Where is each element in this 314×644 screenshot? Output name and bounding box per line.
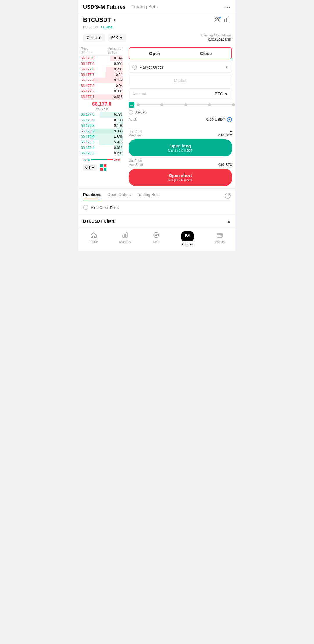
nav-item-futures[interactable]: Futures	[181, 231, 194, 246]
table-row: 66,176.80.108	[81, 123, 123, 129]
ob-red-pct: 28%	[114, 158, 120, 161]
amount-row[interactable]: Amount | BTC ▼	[129, 88, 232, 99]
svg-point-0	[215, 18, 217, 19]
depth-view-icon[interactable]	[100, 164, 106, 171]
assets-icon	[216, 231, 224, 239]
avail-label: Avail.	[129, 118, 137, 122]
futures-title[interactable]: USD⑤-M Futures	[83, 4, 126, 10]
svg-point-20	[221, 235, 222, 236]
add-funds-button[interactable]: +	[227, 117, 232, 122]
pair-name[interactable]: BTCUSDT	[83, 17, 111, 23]
amount-unit-select[interactable]: BTC ▼	[215, 92, 228, 96]
ob-mid-price[interactable]: 66,177.0 66,178.8	[81, 100, 123, 112]
table-row: 66,176.90.108	[81, 118, 123, 123]
trading-bots-title[interactable]: Trading Bots	[131, 4, 224, 10]
ob-price-header: Price(USDT)	[81, 47, 92, 54]
max-long-row: Max Long 0.00 BTC	[129, 134, 232, 137]
svg-rect-5	[229, 17, 230, 22]
nav-home-label: Home	[89, 240, 98, 243]
table-row: 66,177.80.204	[81, 67, 123, 72]
margin-mode-select[interactable]: Cross ▼	[83, 34, 105, 42]
buy-orders: 66,177.05.735 66,176.90.108 66,176.80.10…	[81, 112, 123, 156]
table-row: 66,177.90.001	[81, 61, 123, 67]
svg-point-1	[217, 18, 219, 19]
open-tab-button[interactable]: Open	[129, 48, 180, 59]
controls-row: Cross ▼ 50X ▼ Funding /Countdown 0.01%/0…	[78, 31, 236, 45]
pair-icons	[214, 16, 231, 23]
svg-rect-2	[219, 17, 221, 18]
nav-markets-label: Markets	[119, 240, 131, 243]
svg-point-15	[154, 232, 159, 238]
nav-item-assets[interactable]: Assets	[215, 231, 225, 246]
table-row: 66,177.110.615	[81, 94, 123, 100]
trade-panel: Open Close i Market Order ▼ Market Amoun…	[125, 45, 236, 188]
max-long-value: 0.00 BTC	[218, 134, 232, 137]
pair-left: BTCUSDT ▼	[83, 17, 117, 23]
svg-rect-13	[124, 234, 126, 237]
nav-item-spot[interactable]: Spot	[152, 231, 160, 246]
tabs-row: Positions Open Orders Trading Bots	[83, 189, 231, 201]
close-tab-button[interactable]: Close	[180, 48, 231, 59]
short-liq-value: --	[230, 159, 232, 162]
perpetual-row: Perpetual +1.08%	[78, 25, 236, 31]
short-liq-row: Liq. Price --	[129, 159, 232, 162]
tab-positions[interactable]: Positions	[83, 192, 101, 200]
ob-green-pct: 72%	[83, 158, 90, 161]
svg-rect-6	[130, 104, 133, 104]
max-short-row: Max Short 0.00 BTC	[129, 163, 232, 166]
ob-progress-row: 72% 28%	[81, 156, 123, 163]
open-short-button[interactable]: Open short Margin 0.0 USDT	[129, 169, 232, 186]
home-icon	[90, 231, 97, 239]
main-content: Price(USDT) Amount ⇄(BTC) 66,178.00.144 …	[78, 45, 236, 188]
tpsl-label[interactable]: TP/SL	[135, 110, 146, 114]
tab-trading-bots[interactable]: Trading Bots	[137, 192, 160, 200]
tab-clock-icon[interactable]	[224, 193, 231, 200]
order-book: Price(USDT) Amount ⇄(BTC) 66,178.00.144 …	[78, 45, 125, 188]
tpsl-radio[interactable]	[129, 110, 133, 115]
perpetual-label: Perpetual	[83, 25, 98, 29]
table-row: 66,177.40.719	[81, 78, 123, 83]
leverage-select[interactable]: 50X ▼	[108, 34, 126, 42]
pair-row: BTCUSDT ▼	[78, 14, 236, 25]
svg-rect-7	[130, 105, 133, 106]
table-row: 66,176.79.085	[81, 129, 123, 134]
hide-pairs-radio[interactable]	[83, 205, 88, 210]
table-row: 66,176.40.612	[81, 145, 123, 151]
max-short-value: 0.00 BTC	[218, 163, 232, 166]
nav-spot-label: Spot	[153, 240, 159, 243]
chart-icon[interactable]	[224, 16, 231, 23]
sell-orders: 66,178.00.144 66,177.90.001 66,177.80.20…	[81, 56, 123, 100]
lot-size-select[interactable]: 0.1 ▼	[83, 164, 97, 171]
more-icon[interactable]: ···	[224, 3, 231, 10]
funding-label: Funding /Countdown	[201, 33, 231, 38]
table-row: 66,177.30.04	[81, 83, 123, 89]
long-liq-value: --	[230, 129, 232, 133]
slider-icon	[129, 102, 134, 108]
tab-open-orders[interactable]: Open Orders	[107, 192, 131, 200]
nav-assets-label: Assets	[215, 240, 225, 243]
chart-row[interactable]: BTCUSDT Chart ▲	[78, 215, 236, 227]
market-price-input[interactable]: Market	[129, 75, 232, 86]
svg-rect-14	[126, 233, 127, 237]
nav-item-markets[interactable]: Markets	[119, 231, 131, 246]
amount-placeholder: Amount	[132, 92, 209, 96]
ob-amount-header: Amount ⇄(BTC)	[108, 47, 123, 54]
order-type-label: Market Order	[139, 65, 225, 70]
mid-price-sub: 66,178.8	[81, 107, 123, 111]
order-type-chevron: ▼	[225, 65, 228, 69]
social-trading-icon[interactable]	[214, 16, 221, 23]
max-short-label: Max Short	[129, 163, 143, 166]
pair-dropdown-icon[interactable]: ▼	[113, 17, 117, 22]
nav-item-home[interactable]: Home	[89, 231, 98, 246]
chart-label: BTCUSDT Chart	[83, 219, 114, 223]
open-long-button[interactable]: Open long Margin 0.0 USDT	[129, 139, 232, 156]
avail-value: 0.00 USDT +	[206, 117, 232, 122]
top-header: USD⑤-M Futures Trading Bots ···	[78, 0, 236, 14]
amount-slider[interactable]	[137, 104, 232, 105]
long-liq-row: Liq. Price --	[129, 129, 232, 133]
svg-rect-17	[185, 234, 187, 236]
order-type-row[interactable]: i Market Order ▼	[129, 62, 232, 73]
short-liq-section: Liq. Price -- Max Short 0.00 BTC	[129, 159, 232, 166]
bottom-tabs: Positions Open Orders Trading Bots	[78, 189, 236, 201]
ob-bottom: 0.1 ▼	[81, 163, 123, 172]
